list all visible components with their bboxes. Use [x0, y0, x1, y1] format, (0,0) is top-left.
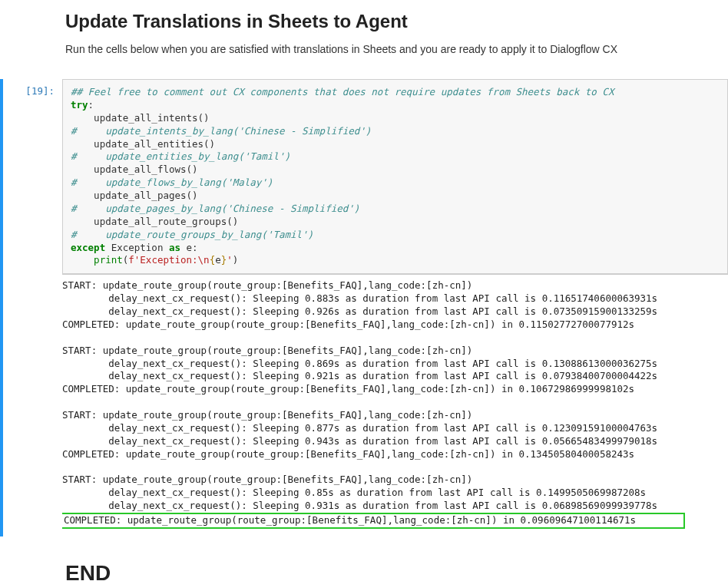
output-text-area[interactable]: START: update_route_group(route_group:[B…: [62, 274, 728, 536]
output-prompt: [5, 274, 62, 536]
output-line: START: update_route_group(route_group:[B…: [62, 279, 472, 291]
output-line: START: update_route_group(route_group:[B…: [62, 409, 472, 421]
output-line: delay_next_cx_request(): Sleeping 0.883s…: [62, 292, 657, 304]
code-text: update_all_pages(): [71, 190, 198, 201]
output-line: delay_next_cx_request(): Sleeping 0.921s…: [62, 370, 657, 381]
code-comment: # update_entities_by_lang('Tamil'): [71, 150, 290, 162]
section-description: Run the cells below when you are satisfi…: [65, 41, 728, 58]
code-comment: # update_route_groups_by_lang('Tamil'): [71, 229, 313, 240]
output-line: delay_next_cx_request(): Sleeping 0.869s…: [62, 358, 657, 369]
highlighted-output-line: COMPLETED: update_route_group(route_grou…: [62, 513, 685, 529]
output-line: START: update_route_group(route_group:[B…: [62, 474, 472, 485]
code-text: update_all_flows(): [71, 163, 198, 175]
code-comment: # update_pages_by_lang('Chinese - Simpli…: [71, 203, 359, 214]
code-builtin-print: print: [94, 254, 123, 266]
output-line: delay_next_cx_request(): Sleeping 0.85s …: [62, 487, 646, 498]
markdown-cell-heading: Update Translations in Sheets to Agent R…: [0, 0, 728, 76]
code-keyword-except: except: [71, 242, 105, 253]
output-line: delay_next_cx_request(): Sleeping 0.877s…: [62, 422, 657, 434]
end-title: END: [65, 561, 728, 581]
code-keyword-as: as: [169, 242, 180, 253]
code-text: ): [233, 254, 239, 266]
output-cell: START: update_route_group(route_group:[B…: [0, 274, 728, 536]
code-comment: ## Feel free to comment out CX component…: [71, 86, 614, 97]
cell-selected-marker: [0, 79, 3, 274]
code-string: ': [227, 254, 233, 266]
output-line: delay_next_cx_request(): Sleeping 0.943s…: [62, 435, 657, 447]
input-prompt: [19]:: [5, 79, 62, 274]
code-cell[interactable]: [19]: ## Feel free to comment out CX com…: [0, 79, 728, 274]
code-comment: # update_flows_by_lang('Malay'): [71, 177, 273, 188]
output-line: delay_next_cx_request(): Sleeping 0.931s…: [62, 500, 657, 511]
code-string: f'Exception:: [128, 254, 197, 266]
code-text: update_all_route_groups(): [71, 216, 238, 227]
notebook-container: Update Translations in Sheets to Agent R…: [0, 0, 728, 581]
code-text: e:: [180, 242, 198, 253]
output-line: COMPLETED: update_route_group(route_grou…: [62, 448, 634, 460]
code-text: :: [88, 99, 94, 111]
cell-selected-marker: [0, 274, 3, 536]
section-title: Update Translations in Sheets to Agent: [65, 11, 728, 32]
code-input-area[interactable]: ## Feel free to comment out CX component…: [62, 79, 728, 274]
code-text: e: [215, 254, 221, 266]
code-text: update_all_entities(): [71, 138, 215, 150]
code-text: Exception: [105, 242, 169, 253]
code-text: update_all_intents(): [71, 112, 210, 124]
output-line: COMPLETED: update_route_group(route_grou…: [62, 319, 634, 330]
code-keyword-try: try: [71, 99, 88, 111]
code-text: [71, 254, 94, 266]
output-line: START: update_route_group(route_group:[B…: [62, 345, 472, 356]
markdown-cell-end: END: [0, 536, 728, 581]
code-string-escape: \n: [198, 254, 210, 266]
output-line: COMPLETED: update_route_group(route_grou…: [62, 383, 634, 394]
code-comment: # update_intents_by_lang('Chinese - Simp…: [71, 125, 371, 137]
output-line: delay_next_cx_request(): Sleeping 0.926s…: [62, 305, 657, 317]
